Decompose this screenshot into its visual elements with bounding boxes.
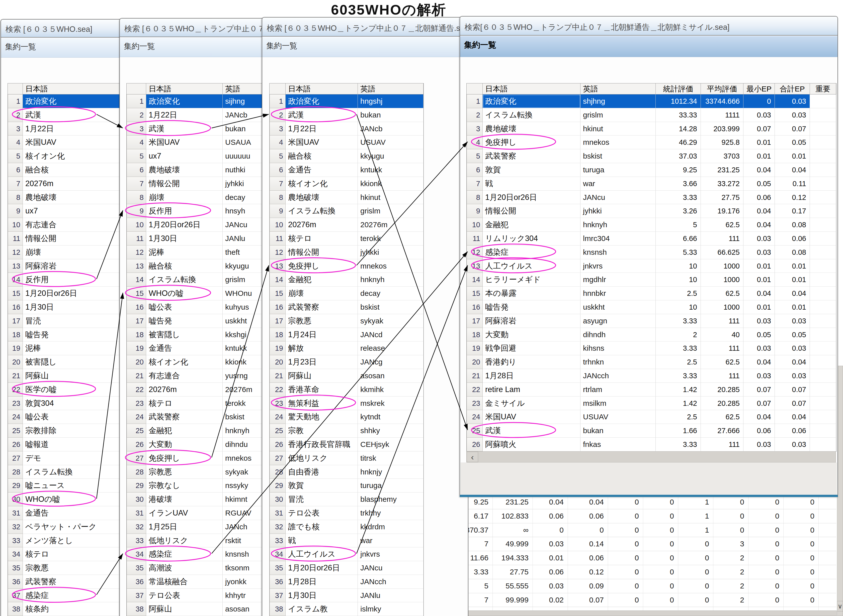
cell-english[interactable]: JANcg [358, 355, 424, 369]
row-number-cell[interactable]: 15 [269, 287, 285, 301]
cell-value[interactable]: 0.03 [775, 369, 810, 383]
cell-japanese[interactable]: 高潮波 [146, 561, 223, 575]
cell-japanese[interactable]: 本の暴露 [483, 287, 580, 301]
cell-value[interactable]: 111 [701, 232, 743, 245]
cell-value[interactable]: 1000 [701, 259, 743, 273]
cell-value[interactable]: 62.5 [701, 410, 743, 424]
cell-value[interactable]: 0.03 [743, 245, 775, 259]
table-row[interactable]: 18大変動dihndh2400.050.05 [466, 328, 836, 342]
cell-japanese[interactable]: 被害隠し [146, 328, 223, 342]
cell-japanese[interactable]: 農地破壊 [483, 122, 580, 136]
cell-value[interactable]: 20.285 [701, 396, 743, 410]
cell-english[interactable]: JANcch [358, 575, 424, 589]
cell-value[interactable]: 20.285 [701, 383, 743, 396]
column-header[interactable]: 統計評価 [656, 84, 701, 94]
row-number-cell[interactable]: 38 [127, 602, 146, 616]
cell-importance[interactable] [810, 355, 836, 369]
cell-english[interactable]: kytndt [358, 410, 424, 424]
table-row[interactable]: 34人工ウイルスjnkvrs [269, 547, 424, 561]
cell-japanese[interactable]: 1月22日 [146, 108, 223, 122]
row-number-cell[interactable]: 34 [269, 547, 285, 561]
table-row[interactable]: 24驚天動地kytndt [269, 410, 424, 424]
cell-japanese[interactable]: 宗教悪 [146, 465, 223, 479]
column-header[interactable]: 合計EP [775, 84, 810, 94]
cell-english[interactable]: JANcd [358, 328, 424, 342]
table-row[interactable]: 25金融犯hnknyh [127, 424, 282, 438]
table-row[interactable]: 4米国UAVUSAUA [127, 135, 282, 149]
cell-english[interactable]: kkdrdm [358, 520, 424, 534]
cell-english[interactable]: mnekos [580, 135, 656, 149]
column-header[interactable]: 英語 [580, 84, 656, 94]
cell-japanese[interactable]: 金融犯 [146, 424, 223, 438]
cell-value[interactable]: 0.07 [775, 122, 810, 136]
table-row[interactable]: 33低地リスクrsktit [127, 534, 282, 548]
cell-english[interactable]: CEHjsyk [358, 438, 424, 452]
cell-japanese[interactable]: テロ公表 [146, 589, 223, 603]
table-row[interactable]: 4米国UAVUSUAV [269, 135, 424, 149]
corner-header-cell[interactable] [127, 84, 146, 94]
cell-value[interactable]: 0.04 [775, 355, 810, 369]
table-row[interactable]: 321月25日JANch [127, 520, 282, 534]
row-number-cell[interactable]: 26 [8, 438, 23, 452]
table-row[interactable]: 5ux7uuuuuu [127, 149, 282, 163]
column-header[interactable]: 最小EP [743, 84, 775, 94]
row-number-cell[interactable]: 6 [127, 163, 146, 177]
cell-value[interactable]: 0.06 [775, 232, 810, 245]
row-number-cell[interactable]: 26 [127, 438, 146, 452]
cell-importance[interactable] [810, 177, 836, 191]
cell-value[interactable]: 2.5 [656, 287, 701, 301]
cell-value[interactable]: 0.01 [743, 259, 775, 273]
cell-value[interactable]: 0.01 [775, 259, 810, 273]
table-row[interactable]: 3農地破壊hkinut14.28203.9990.070.07 [466, 122, 836, 136]
cell-japanese[interactable]: 低地リスク [285, 452, 358, 465]
cell-english[interactable]: mskrek [358, 396, 424, 410]
cell-english[interactable]: war [358, 534, 424, 548]
row-number-cell[interactable]: 13 [8, 259, 23, 273]
cell-english[interactable]: titrsk [358, 452, 424, 465]
row-number-cell[interactable]: 24 [8, 410, 23, 424]
table-row[interactable]: 25武漢bukan1.6627.6660.060.06 [466, 424, 836, 438]
cell-value[interactable]: 0.11 [775, 177, 810, 191]
row-number-cell[interactable]: 32 [8, 520, 23, 534]
table-row[interactable]: 23無策利益mskrek [269, 396, 424, 410]
column-header[interactable]: 平均評価 [701, 84, 743, 94]
cell-value[interactable]: 62.5 [701, 287, 743, 301]
row-number-cell[interactable]: 13 [466, 259, 483, 273]
row-number-cell[interactable]: 25 [466, 424, 483, 438]
row-number-cell[interactable]: 26 [466, 438, 483, 452]
cell-japanese[interactable]: 免疫押し [285, 259, 358, 273]
row-number-cell[interactable]: 3 [8, 122, 23, 136]
scroll-left-button[interactable]: ‹ [466, 452, 478, 462]
cell-english[interactable]: shhky [358, 424, 424, 438]
table-row[interactable]: 4免疫押しmnekos46.29925.80.010.05 [466, 135, 836, 149]
cell-english[interactable]: kntukk [358, 163, 424, 177]
table-row[interactable]: 6敦賀turuga9.25231.250.040.04 [466, 163, 836, 177]
cell-value[interactable]: 1.42 [656, 396, 701, 410]
row-number-cell[interactable]: 8 [8, 191, 23, 204]
table-row[interactable]: 7核イオン化kkionk [269, 177, 424, 191]
cell-value[interactable]: 0.01 [743, 149, 775, 163]
cell-japanese[interactable]: 米国UAV [285, 135, 358, 149]
cell-japanese[interactable]: 核テロ [285, 232, 358, 245]
cell-japanese[interactable]: テロ公表 [285, 506, 358, 520]
table-row[interactable]: 101月20日or26日JANcu [127, 218, 282, 232]
row-number-cell[interactable]: 3 [127, 122, 146, 136]
cell-value[interactable]: 3.26 [656, 204, 701, 218]
row-number-cell[interactable]: 28 [127, 465, 146, 479]
row-number-cell[interactable]: 14 [269, 273, 285, 287]
cell-importance[interactable] [810, 204, 836, 218]
row-number-cell[interactable]: 24 [269, 410, 285, 424]
cell-japanese[interactable]: 20276m [146, 383, 223, 396]
row-number-cell[interactable]: 5 [269, 149, 285, 163]
table-row[interactable]: 13免疫押しmnekos [269, 259, 424, 273]
cell-english[interactable]: fnkas [580, 438, 656, 452]
cell-value[interactable]: 1012.34 [656, 94, 701, 108]
table-row[interactable]: 17阿蘇溶岩asyugn3.331110.030.03 [466, 314, 836, 328]
cell-value[interactable]: 0.01 [743, 301, 775, 314]
cell-english[interactable]: war [580, 177, 656, 191]
cell-japanese[interactable]: 戦 [483, 177, 580, 191]
cell-japanese[interactable]: 情報公開 [146, 177, 223, 191]
cell-english[interactable]: turuga [580, 163, 656, 177]
table-row[interactable]: 12感染症knsnsh5.3366.6250.030.08 [466, 245, 836, 259]
table-row[interactable]: 29敦賀turuga [269, 479, 424, 493]
